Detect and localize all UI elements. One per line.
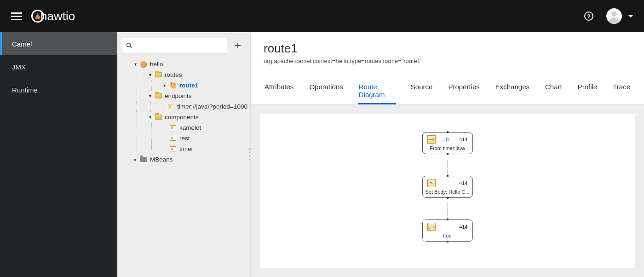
tree-node-component-rest[interactable]: rest — [117, 133, 247, 144]
tree-label: MBeans — [150, 156, 173, 163]
tree-node-routes[interactable]: ▾ routes — [117, 69, 247, 80]
app-header: hawtio ? — [0, 0, 644, 32]
endpoint-icon — [169, 146, 177, 152]
node-port-top — [447, 131, 448, 133]
tab-label: Exchanges — [495, 83, 529, 91]
tree-label: endpoints — [165, 92, 192, 99]
endpoint-icon — [169, 135, 177, 142]
tab-source[interactable]: Source — [410, 78, 434, 104]
sidebar-item-label: JMX — [12, 63, 26, 71]
diagram-node-from[interactable]: ⇥▯ 0 414 From timer:java — [422, 132, 473, 154]
sidebar-item-camel[interactable]: Camel — [0, 32, 117, 55]
tree-panel: ▾ hello ▾ routes ▸ 🐫 route1 ▾ — [117, 32, 251, 277]
panel-resize-handle[interactable] — [249, 148, 252, 162]
search-input[interactable] — [133, 42, 223, 49]
tree-label: kamelet — [179, 124, 201, 131]
node-total-count: 414 — [459, 137, 467, 142]
tree-label: hello — [150, 61, 163, 68]
tab-properties[interactable]: Properties — [447, 78, 480, 104]
node-total-count: 414 — [459, 180, 467, 186]
tab-route-diagram[interactable]: Route Diagram — [358, 78, 396, 104]
tab-exchanges[interactable]: Exchanges — [494, 78, 530, 104]
setbody-icon: ✎ — [427, 179, 436, 187]
logo-flame-icon — [31, 10, 44, 23]
folder-open-icon — [155, 93, 162, 99]
route-diagram-area: ⇥▯ 0 414 From timer:java ✎ 414 — [251, 104, 644, 277]
node-total-count: 414 — [459, 224, 467, 230]
tab-label: Route Diagram — [359, 83, 385, 98]
diagram-connector — [447, 203, 448, 219]
chevron-right-icon[interactable]: ▸ — [132, 157, 138, 162]
chevron-down-icon[interactable]: ▾ — [147, 115, 153, 120]
folder-closed-icon — [140, 156, 147, 163]
node-port-bottom — [447, 153, 448, 155]
tree-label: timer://java\?period=1000 — [177, 103, 247, 110]
tab-label: Trace — [613, 83, 630, 91]
node-port-bottom — [447, 197, 448, 199]
sidebar-item-label: Camel — [12, 40, 32, 48]
tree-search[interactable] — [122, 38, 227, 53]
tab-trace[interactable]: Trace — [612, 78, 631, 104]
tab-label: Source — [411, 83, 433, 91]
chevron-down-icon[interactable]: ▾ — [147, 93, 153, 98]
main-panel: route1 org.apache.camel:context=hello,ty… — [251, 32, 644, 277]
tree-label: route1 — [179, 82, 198, 89]
diagram-connector — [447, 160, 448, 175]
camel-context-icon — [140, 61, 147, 68]
chevron-right-icon[interactable]: ▸ — [161, 83, 168, 88]
tree-label: components — [165, 114, 199, 121]
tab-label: Attributes — [264, 83, 293, 91]
tree-label: timer — [179, 145, 193, 152]
route-icon: 🐫 — [169, 82, 177, 89]
help-icon[interactable]: ? — [584, 12, 593, 21]
tree-label: routes — [165, 71, 182, 78]
folder-open-icon — [155, 114, 162, 121]
sidebar-item-runtime[interactable]: Runtime — [0, 78, 117, 101]
tree-node-components[interactable]: ▾ components — [117, 112, 247, 122]
diagram-node-log[interactable]: ▯⇢ 414 Log — [422, 219, 473, 242]
chevron-down-icon[interactable]: ▾ — [147, 72, 153, 77]
user-avatar[interactable] — [606, 8, 622, 24]
log-icon: ▯⇢ — [427, 223, 436, 231]
app-logo[interactable]: hawtio — [31, 9, 75, 23]
tab-label: Properties — [448, 83, 479, 91]
node-label: From timer:java — [423, 144, 472, 154]
primary-sidebar: Camel JMX Runtime — [0, 32, 117, 277]
add-button[interactable] — [230, 38, 246, 53]
tab-label: Chart — [545, 83, 562, 91]
tab-attributes[interactable]: Attributes — [264, 78, 294, 104]
tree-node-component-kamelet[interactable]: kamelet — [117, 122, 247, 133]
route-diagram-canvas[interactable]: ⇥▯ 0 414 From timer:java ✎ 414 — [260, 114, 635, 268]
tree-node-endpoint-timer[interactable]: timer://java\?period=1000 — [117, 101, 247, 112]
node-port-bottom — [447, 241, 448, 242]
tab-label: Profile — [578, 83, 598, 91]
tab-operations[interactable]: Operations — [308, 78, 344, 104]
svg-point-0 — [127, 43, 131, 47]
tab-profile[interactable]: Profile — [577, 78, 598, 104]
node-port-top — [447, 219, 448, 220]
tab-chart[interactable]: Chart — [544, 78, 563, 104]
diagram-node-setbody[interactable]: ✎ 414 Set Body: Hello C... — [422, 176, 473, 198]
hamburger-menu-icon[interactable] — [11, 11, 22, 22]
tree-node-route1[interactable]: ▸ 🐫 route1 — [117, 80, 247, 91]
chevron-down-icon[interactable]: ▾ — [132, 62, 138, 67]
sidebar-item-jmx[interactable]: JMX — [0, 55, 117, 78]
plus-icon — [235, 42, 241, 49]
tree-node-component-timer[interactable]: timer — [117, 144, 247, 154]
endpoint-icon — [169, 125, 177, 131]
sidebar-item-label: Runtime — [12, 86, 38, 94]
node-label: Log — [423, 232, 472, 241]
from-endpoint-icon: ⇥▯ — [427, 135, 436, 144]
tree-node-endpoints[interactable]: ▾ endpoints — [117, 91, 247, 101]
node-label: Set Body: Hello C... — [423, 188, 472, 197]
page-title: route1 — [264, 41, 631, 56]
search-icon — [126, 42, 132, 49]
node-port-top — [447, 175, 448, 177]
tree-node-context[interactable]: ▾ hello — [117, 59, 247, 69]
user-menu-caret-icon[interactable] — [628, 15, 633, 17]
context-tree: ▾ hello ▾ routes ▸ 🐫 route1 ▾ — [117, 59, 250, 165]
tree-node-mbeans[interactable]: ▸ MBeans — [117, 154, 247, 165]
tab-label: Operations — [309, 83, 343, 91]
main-tabs: Attributes Operations Route Diagram Sour… — [251, 78, 644, 104]
endpoint-icon — [167, 104, 174, 110]
